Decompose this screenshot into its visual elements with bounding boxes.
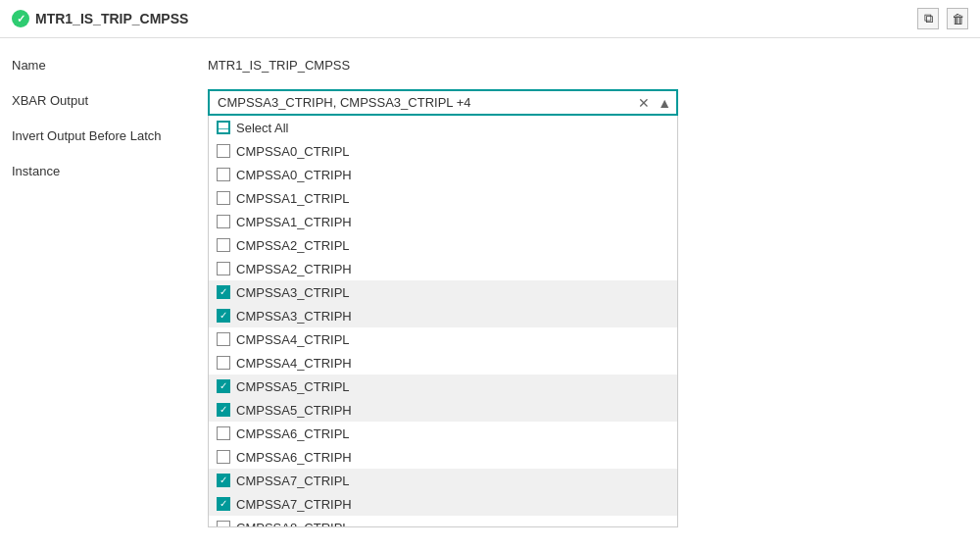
checkbox[interactable] [217, 191, 230, 205]
dropdown-item[interactable]: CMPSSA6_CTRIPH [209, 445, 677, 469]
dropdown-item-label: CMPSSA2_CTRIPL [236, 238, 350, 253]
dropdown-item-label: CMPSSA0_CTRIPL [236, 144, 350, 159]
dropdown-item[interactable]: ✓CMPSSA7_CTRIPH [209, 492, 677, 516]
xbar-dropdown-container: ✕ ▲ —Select AllCMPSSA0_CTRIPLCMPSSA0_CTR… [208, 89, 678, 116]
xbar-output-label: XBAR Output [12, 89, 208, 108]
checkbox[interactable] [217, 144, 230, 158]
instance-label: Instance [12, 160, 208, 178]
dropdown-item-label: CMPSSA6_CTRIPL [236, 426, 350, 441]
dropdown-item[interactable]: ✓CMPSSA7_CTRIPL [209, 469, 677, 492]
title-icons: ⧉ 🗑 [917, 8, 968, 29]
dropdown-item-label: CMPSSA7_CTRIPH [236, 497, 352, 512]
page-title: MTR1_IS_TRIP_CMPSS [35, 11, 188, 26]
status-icon: ✓ [12, 10, 29, 27]
dropdown-item[interactable]: ✓CMPSSA5_CTRIPL [209, 375, 677, 398]
dropdown-item[interactable]: CMPSSA8_CTRIPL [209, 516, 677, 527]
checkbox[interactable] [217, 168, 230, 181]
checkbox[interactable]: ✓ [217, 379, 230, 393]
dropdown-item-label: CMPSSA5_CTRIPL [236, 379, 350, 394]
dropdown-item[interactable]: CMPSSA2_CTRIPH [209, 257, 677, 280]
name-label: Name [12, 54, 208, 73]
copy-button[interactable]: ⧉ [917, 8, 939, 29]
dropdown-item-label: CMPSSA3_CTRIPH [236, 309, 352, 324]
dropdown-item[interactable]: CMPSSA2_CTRIPL [209, 233, 677, 257]
checkbox[interactable] [217, 262, 230, 275]
xbar-output-input[interactable] [208, 89, 678, 116]
checkbox[interactable] [217, 332, 230, 346]
dropdown-item-label: Select All [236, 121, 288, 135]
dropdown-item[interactable]: CMPSSA1_CTRIPH [209, 210, 677, 233]
name-value: MTR1_IS_TRIP_CMPSS [208, 54, 968, 76]
xbar-output-value: ✕ ▲ —Select AllCMPSSA0_CTRIPLCMPSSA0_CTR… [208, 89, 968, 116]
form-content: Name MTR1_IS_TRIP_CMPSS XBAR Output ✕ ▲ … [0, 38, 980, 211]
delete-icon: 🗑 [952, 12, 964, 26]
checkbox[interactable] [217, 426, 230, 440]
checkbox[interactable]: ✓ [217, 285, 230, 299]
dropdown-controls: ✕ ▲ [635, 89, 678, 116]
dropdown-item[interactable]: CMPSSA4_CTRIPH [209, 351, 677, 375]
dropdown-item[interactable]: CMPSSA0_CTRIPH [209, 163, 677, 186]
invert-output-label: Invert Output Before Latch [12, 125, 208, 143]
dropdown-item-label: CMPSSA7_CTRIPL [236, 474, 350, 488]
checkbox[interactable]: ✓ [217, 309, 230, 323]
dropdown-item-label: CMPSSA8_CTRIPL [236, 521, 350, 528]
checkbox[interactable] [217, 238, 230, 252]
checkbox[interactable]: ✓ [217, 497, 230, 511]
name-row: Name MTR1_IS_TRIP_CMPSS [12, 54, 968, 81]
checkbox[interactable]: ✓ [217, 474, 230, 487]
dropdown-item[interactable]: ✓CMPSSA5_CTRIPH [209, 398, 677, 422]
dropdown-item-label: CMPSSA1_CTRIPL [236, 191, 350, 206]
checkbox[interactable] [217, 521, 230, 527]
checkbox[interactable] [217, 356, 230, 370]
dropdown-item-label: CMPSSA2_CTRIPH [236, 262, 352, 276]
dropdown-item-label: CMPSSA1_CTRIPH [236, 215, 352, 229]
dropdown-item[interactable]: ✓CMPSSA3_CTRIPL [209, 280, 677, 304]
chevron-up-icon[interactable]: ▲ [655, 95, 674, 111]
copy-icon: ⧉ [924, 11, 933, 26]
dropdown-item[interactable]: CMPSSA6_CTRIPL [209, 422, 677, 445]
dropdown-item[interactable]: ✓CMPSSA3_CTRIPH [209, 304, 677, 327]
dropdown-item-label: CMPSSA4_CTRIPL [236, 332, 350, 347]
checkbox[interactable]: — [217, 121, 230, 134]
xbar-output-row: XBAR Output ✕ ▲ —Select AllCMPSSA0_CTRIP… [12, 89, 968, 117]
dropdown-item-label: CMPSSA6_CTRIPH [236, 450, 352, 465]
title-left: ✓ MTR1_IS_TRIP_CMPSS [12, 10, 188, 27]
checkbox[interactable]: ✓ [217, 403, 230, 417]
checkbox[interactable] [217, 215, 230, 228]
dropdown-item[interactable]: —Select All [209, 116, 677, 139]
dropdown-list: —Select AllCMPSSA0_CTRIPLCMPSSA0_CTRIPHC… [208, 116, 678, 527]
checkbox[interactable] [217, 450, 230, 464]
dropdown-item[interactable]: CMPSSA4_CTRIPL [209, 327, 677, 351]
dropdown-item-label: CMPSSA4_CTRIPH [236, 356, 352, 371]
dropdown-item[interactable]: CMPSSA0_CTRIPL [209, 139, 677, 163]
delete-button[interactable]: 🗑 [947, 8, 968, 29]
dropdown-item[interactable]: CMPSSA1_CTRIPL [209, 186, 677, 210]
title-bar: ✓ MTR1_IS_TRIP_CMPSS ⧉ 🗑 [0, 0, 980, 38]
dropdown-item-label: CMPSSA0_CTRIPH [236, 168, 352, 182]
name-static-value: MTR1_IS_TRIP_CMPSS [208, 54, 968, 76]
dropdown-item-label: CMPSSA3_CTRIPL [236, 285, 350, 300]
clear-button[interactable]: ✕ [635, 95, 653, 111]
dropdown-item-label: CMPSSA5_CTRIPH [236, 403, 352, 418]
